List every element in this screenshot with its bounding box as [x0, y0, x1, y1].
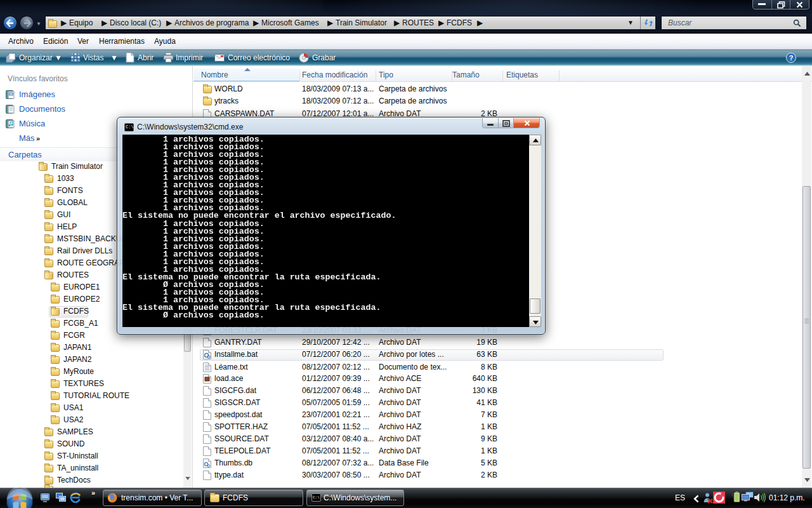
svg-text:?: ?: [789, 54, 794, 62]
